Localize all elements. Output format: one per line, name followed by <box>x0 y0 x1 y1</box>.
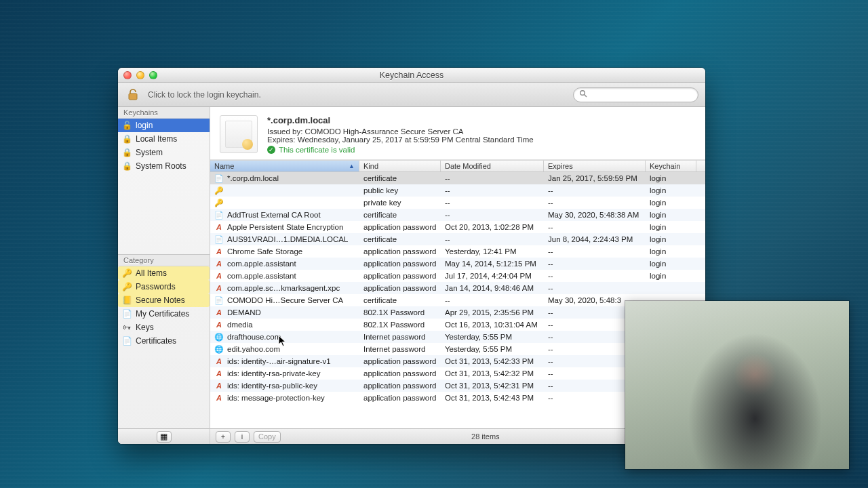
copy-button[interactable]: Copy <box>254 431 281 443</box>
certificate-row-icon: 📄 <box>214 235 224 244</box>
keychain-item[interactable]: 🔒System <box>118 146 210 159</box>
titlebar[interactable]: Keychain Access <box>118 68 705 83</box>
keychain-icon: 🔒 <box>122 148 132 157</box>
minimize-window-button[interactable] <box>136 71 144 79</box>
cell-keychain: login <box>646 186 705 195</box>
table-row[interactable]: 🔑public key----login <box>210 184 705 197</box>
category-item[interactable]: 📄My Certificates <box>118 307 210 321</box>
key-row-icon: 🔑 <box>214 198 224 207</box>
cell-modified: May 14, 2014, 5:12:15 PM <box>441 260 544 268</box>
detail-issued-by: Issued by: COMODO High-Assurance Secure … <box>267 127 534 136</box>
cell-kind: application password <box>359 223 441 231</box>
cell-keychain: login <box>646 247 705 256</box>
cell-expires: -- <box>544 186 646 195</box>
cell-name: AddTrust External CA Root <box>227 211 321 219</box>
app-password-row-icon: A <box>214 247 224 256</box>
info-button[interactable]: i <box>235 431 250 443</box>
sidebar: Keychains 🔓login🔒Local Items🔒System🔒Syst… <box>118 107 210 444</box>
app-password-row-icon: A <box>214 308 224 317</box>
cell-expires: -- <box>544 284 646 292</box>
cell-keychain: login <box>646 223 705 231</box>
webcam-overlay <box>625 301 849 469</box>
sort-asc-icon: ▲ <box>349 163 355 169</box>
app-password-row-icon: A <box>214 357 224 366</box>
category-item[interactable]: 🔑All Items <box>118 266 210 280</box>
keychain-icon: 🔒 <box>122 161 132 171</box>
cell-kind: certificate <box>359 235 441 243</box>
detail-validity: ✓ This certificate is valid <box>267 146 534 154</box>
cell-expires: Jun 8, 2044, 2:24:43 PM <box>544 235 646 243</box>
keychain-icon: 🔓 <box>122 121 132 130</box>
keychain-item[interactable]: 🔒Local Items <box>118 132 210 146</box>
sidebar-view-toggle-button[interactable]: ▦ <box>157 431 172 443</box>
svg-line-2 <box>585 95 587 97</box>
globe-row-icon: 🌐 <box>214 344 224 354</box>
table-row[interactable]: Acom.apple.sc…kmarksagent.xpcapplication… <box>210 282 705 294</box>
cell-modified: Oct 31, 2013, 5:42:31 PM <box>441 382 544 390</box>
table-row[interactable]: AChrome Safe Storageapplication password… <box>210 245 705 258</box>
cell-kind: certificate <box>359 211 441 219</box>
cell-keychain: login <box>646 199 705 207</box>
cell-kind: certificate <box>359 174 441 182</box>
sidebar-item-label: Passwords <box>136 282 176 291</box>
table-row[interactable]: Acom.apple.assistantapplication password… <box>210 258 705 270</box>
category-icon: 🗝 <box>122 323 132 332</box>
cell-name: drafthouse.com <box>227 333 281 341</box>
lock-keychain-icon[interactable] <box>125 87 141 103</box>
search-input[interactable] <box>590 90 692 100</box>
cell-name: com.apple.sc…kmarksagent.xpc <box>227 284 340 292</box>
cell-name: *.corp.dm.local <box>227 174 279 182</box>
cell-modified: -- <box>441 199 544 207</box>
search-field[interactable] <box>573 87 698 102</box>
category-icon: 📒 <box>122 296 132 305</box>
cell-kind: certificate <box>359 296 441 304</box>
cell-modified: Oct 31, 2013, 5:42:43 PM <box>441 394 544 402</box>
table-row[interactable]: 📄AUS91VRADI…1.DMEDIA.LOCALcertificate--J… <box>210 233 705 245</box>
category-item[interactable]: 📒Secure Notes <box>118 293 210 307</box>
globe-row-icon: 🌐 <box>214 332 224 342</box>
category-item[interactable]: 🗝Keys <box>118 321 210 334</box>
col-kind-header[interactable]: Kind <box>359 161 441 171</box>
category-icon: 📄 <box>122 309 132 319</box>
keychain-icon: 🔒 <box>122 134 132 144</box>
cell-expires: May 30, 2020, 5:48:38 AM <box>544 211 646 219</box>
cell-expires: -- <box>544 199 646 207</box>
cell-expires: -- <box>544 247 646 256</box>
lock-hint-text: Click to lock the login keychain. <box>148 90 261 100</box>
col-modified-header[interactable]: Date Modified <box>441 161 544 171</box>
table-row[interactable]: 🔑private key----login <box>210 197 705 209</box>
close-window-button[interactable] <box>123 71 132 79</box>
category-item[interactable]: 🔑Passwords <box>118 280 210 293</box>
keychain-item[interactable]: 🔓login <box>118 119 210 132</box>
keychains-list: 🔓login🔒Local Items🔒System🔒System Roots <box>118 119 210 173</box>
cell-kind: application password <box>359 272 441 280</box>
keychain-item[interactable]: 🔒System Roots <box>118 159 210 173</box>
category-icon: 🔑 <box>122 282 132 291</box>
add-item-button[interactable]: + <box>216 431 231 443</box>
col-keychain-header[interactable]: Keychain <box>646 161 696 171</box>
col-expires-header[interactable]: Expires <box>544 161 646 171</box>
table-row[interactable]: Acom.apple.assistantapplication password… <box>210 270 705 282</box>
zoom-window-button[interactable] <box>149 71 157 79</box>
certificate-icon <box>220 115 258 153</box>
sidebar-item-label: System <box>136 148 163 157</box>
category-list: 🔑All Items🔑Passwords📒Secure Notes📄My Cer… <box>118 266 210 348</box>
table-row[interactable]: 📄*.corp.dm.localcertificate--Jan 25, 201… <box>210 172 705 184</box>
detail-pane: *.corp.dm.local Issued by: COMODO High-A… <box>210 107 705 160</box>
table-row[interactable]: 📄AddTrust External CA Rootcertificate--M… <box>210 209 705 221</box>
app-password-row-icon: A <box>214 259 224 268</box>
toolbar: Click to lock the login keychain. <box>118 83 705 107</box>
table-header: Name ▲ Kind Date Modified Expires Keycha… <box>210 160 705 172</box>
col-name-header[interactable]: Name ▲ <box>210 161 359 171</box>
cell-kind: 802.1X Password <box>359 308 441 317</box>
category-item[interactable]: 📄Certificates <box>118 334 210 348</box>
cell-name: Apple Persistent State Encryption <box>227 223 343 231</box>
cell-modified: -- <box>441 186 544 195</box>
table-row[interactable]: AApple Persistent State Encryptionapplic… <box>210 221 705 233</box>
cell-name: ids: identity-…air-signature-v1 <box>227 357 331 365</box>
cell-kind: public key <box>359 186 441 195</box>
sidebar-item-label: Secure Notes <box>136 296 185 305</box>
cell-name: dmedia <box>227 321 253 329</box>
cell-kind: application password <box>359 357 441 365</box>
window-title: Keychain Access <box>118 70 705 80</box>
